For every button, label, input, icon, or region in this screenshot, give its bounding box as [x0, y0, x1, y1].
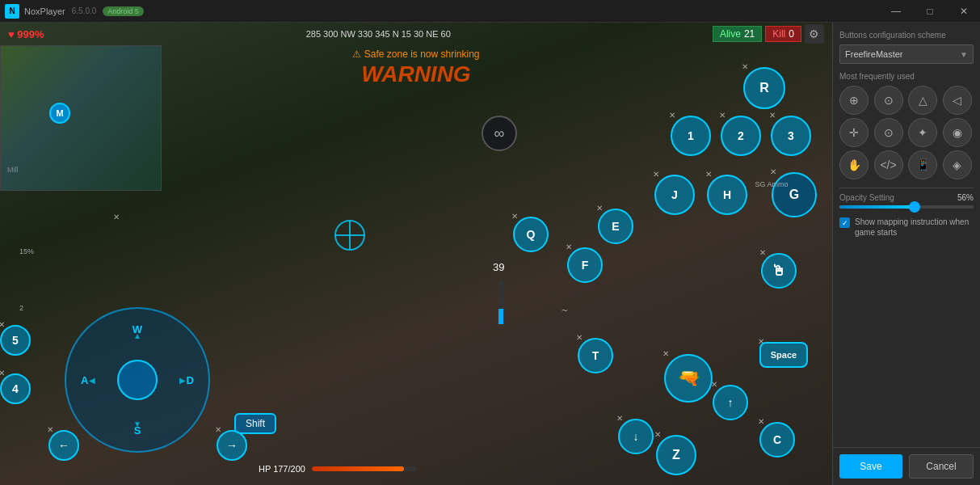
key-4-button[interactable]: 4 — [0, 373, 31, 404]
key-t-button[interactable]: T — [578, 338, 613, 373]
title-bar: N NoxPlayer 6.5.0.0 Android 5 — □ ✕ — [0, 0, 980, 23]
tilde-key: ~ — [562, 304, 568, 316]
key-c-button[interactable]: C — [759, 422, 795, 458]
key-3-close[interactable]: ✕ — [769, 111, 776, 120]
key-5-button[interactable]: 5 — [0, 325, 31, 356]
key-a: A — [81, 374, 88, 386]
fire-button[interactable]: 🔫 — [664, 354, 713, 403]
kill-display: Kill 0 — [765, 26, 801, 42]
icon-eye[interactable]: ◉ — [943, 118, 972, 147]
key-3-button[interactable]: 3 — [771, 116, 811, 156]
key-h-button[interactable]: H — [707, 175, 747, 215]
app-version: 6.5.0.0 — [72, 6, 97, 15]
key-4-close[interactable]: ✕ — [0, 369, 5, 377]
key-5-close[interactable]: ✕ — [0, 320, 5, 329]
icon-mouse[interactable]: ⊙ — [874, 86, 903, 115]
key-1-button[interactable]: 1 — [671, 116, 711, 156]
icon-triangle[interactable]: △ — [908, 86, 937, 115]
mouse-btn-close[interactable]: ✕ — [759, 248, 766, 257]
key-r-button[interactable]: R — [743, 67, 785, 109]
arrow-down-btn-close[interactable]: ✕ — [616, 414, 623, 423]
key-q-close[interactable]: ✕ — [511, 212, 518, 221]
divider — [839, 188, 974, 188]
opacity-track[interactable] — [839, 205, 974, 209]
arrow-right-close[interactable]: ✕ — [215, 425, 221, 434]
mouse-button[interactable]: 🖱 — [761, 253, 797, 289]
settings-button[interactable]: ⚙ — [805, 24, 824, 44]
warning-text: WARNING — [202, 61, 630, 87]
arrow-down-button[interactable]: ↓ — [618, 419, 654, 454]
opacity-value: 56% — [957, 193, 974, 202]
hp-track — [312, 466, 417, 471]
joystick-inner[interactable] — [117, 360, 158, 400]
icon-code[interactable]: </> — [874, 150, 903, 179]
app-logo: N — [5, 4, 19, 19]
icon-gun[interactable]: ⊙ — [874, 118, 903, 147]
close-button[interactable]: ✕ — [948, 0, 980, 23]
key-q-button[interactable]: Q — [513, 217, 549, 252]
key-c-close[interactable]: ✕ — [758, 417, 764, 426]
key-g-close[interactable]: ✕ — [770, 167, 776, 176]
joystick-outer[interactable]: W S A D ▲ ▼ ◀ ▶ — [65, 307, 210, 453]
key-2-close[interactable]: ✕ — [719, 111, 726, 120]
key-2-button[interactable]: 2 — [721, 116, 761, 156]
key-f-close[interactable]: ✕ — [566, 242, 572, 251]
show-mapping-row: ✓ Show mapping instruction when game sta… — [839, 217, 974, 238]
space-button[interactable]: Space — [759, 342, 808, 368]
compass: 285 300 NW 330 345 N 15 30 NE 60 — [306, 29, 451, 39]
map-label: Mill — [7, 166, 19, 174]
key-z-button[interactable]: Z — [656, 435, 696, 475]
config-row: FreefireMaster ▼ — [839, 44, 974, 64]
health-display: ♥ 999% — [8, 28, 44, 40]
sidebar: Keyboard co... ? — □ ✕ Buttons configura… — [832, 0, 980, 485]
config-chevron-icon: ▼ — [960, 50, 968, 59]
key-z-close[interactable]: ✕ — [654, 430, 661, 439]
key-f-button[interactable]: F — [567, 247, 603, 283]
key-j-button[interactable]: J — [654, 175, 695, 215]
crosshair-icon — [332, 217, 368, 253]
icon-crosshair[interactable]: ⊕ — [839, 86, 869, 115]
arrow-left-close[interactable]: ✕ — [47, 425, 53, 434]
key-t-close[interactable]: ✕ — [576, 333, 583, 342]
fire-btn-close[interactable]: ✕ — [662, 349, 669, 358]
minimize-button[interactable]: — — [880, 0, 912, 23]
save-button[interactable]: Save — [839, 454, 902, 479]
key-1-close[interactable]: ✕ — [669, 111, 675, 120]
window-controls: — □ ✕ — [880, 0, 980, 23]
infinite-button[interactable]: ∞ — [482, 116, 517, 151]
joystick-container[interactable]: W S A D ▲ ▼ ◀ ▶ — [65, 307, 210, 453]
key-g-button[interactable]: G — [772, 172, 817, 217]
cancel-button[interactable]: Cancel — [909, 454, 974, 479]
hp-fill — [312, 466, 404, 471]
config-selected-value: FreefireMaster — [845, 49, 903, 59]
show-mapping-checkbox[interactable]: ✓ — [839, 217, 850, 228]
icon-phone[interactable]: 📱 — [908, 150, 937, 179]
key-r-close[interactable]: ✕ — [742, 62, 748, 71]
opacity-label-row: Opacity Setting 56% — [839, 193, 974, 202]
opacity-thumb[interactable] — [909, 201, 920, 213]
shift-close-icon[interactable]: ✕ — [113, 213, 120, 221]
icon-star[interactable]: ✦ — [908, 118, 937, 147]
arrow-up-icon: ▲ — [133, 331, 141, 340]
icon-map[interactable]: ◈ — [943, 150, 972, 179]
icon-hand[interactable]: ✋ — [839, 150, 869, 179]
key-e-button[interactable]: E — [598, 209, 633, 244]
shift-button[interactable]: Shift — [234, 413, 276, 434]
config-select[interactable]: FreefireMaster ▼ — [839, 44, 974, 64]
sg-ammo-label: SG Ammo — [755, 180, 788, 188]
arrow-left-button[interactable]: ← — [48, 430, 79, 461]
arrow-up-btn-close[interactable]: ✕ — [711, 380, 717, 389]
hp-label: HP 177/200 — [259, 464, 305, 474]
config-section-label: Buttons configuration scheme — [839, 31, 974, 40]
key-j-close[interactable]: ✕ — [653, 170, 659, 179]
key-h-close[interactable]: ✕ — [705, 170, 712, 179]
frequent-section-label: Most frequently used — [839, 72, 974, 81]
icon-triangle2[interactable]: ◁ — [943, 86, 972, 115]
mini-map: M Mill — [0, 45, 162, 191]
icon-crosshair2[interactable]: ✛ — [839, 118, 869, 147]
alive-count: 21 — [744, 28, 755, 40]
key-e-close[interactable]: ✕ — [596, 204, 603, 213]
arrow-up-button[interactable]: ↑ — [713, 385, 748, 420]
maximize-button[interactable]: □ — [914, 0, 946, 23]
arrow-right-button[interactable]: → — [217, 430, 247, 461]
